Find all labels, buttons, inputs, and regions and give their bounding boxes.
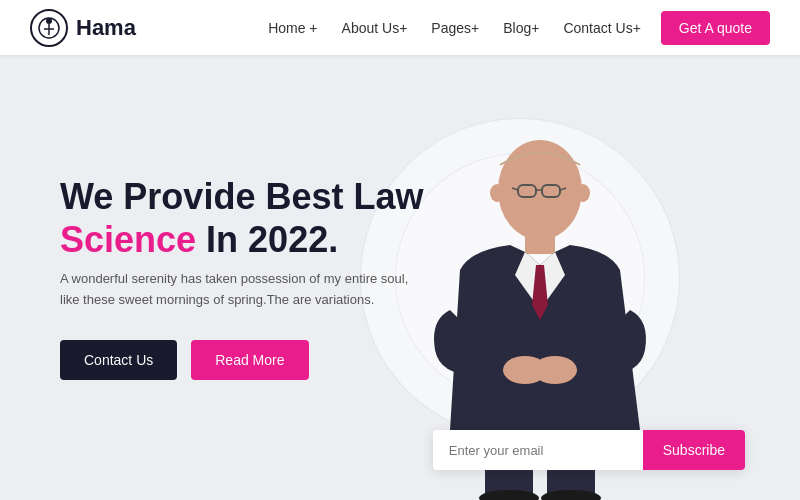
hero-title-line2: In 2022.	[196, 219, 338, 260]
hero-title-line1: We Provide Best Law	[60, 176, 423, 217]
nav-contact[interactable]: Contact Us+	[563, 20, 640, 36]
hero-title: We Provide Best Law Science In 2022.	[60, 175, 430, 261]
svg-point-14	[490, 184, 504, 202]
subscribe-box: Subscribe	[433, 430, 745, 470]
svg-rect-6	[525, 232, 555, 254]
email-input[interactable]	[433, 430, 643, 470]
read-more-button[interactable]: Read More	[191, 340, 308, 380]
navbar: Hama Home + About Us+ Pages+ Blog+ Conta…	[0, 0, 800, 55]
nav-links: Home + About Us+ Pages+ Blog+ Contact Us…	[268, 20, 641, 36]
nav-pages[interactable]: Pages+	[431, 20, 479, 36]
logo[interactable]: Hama	[30, 9, 136, 47]
logo-icon	[30, 9, 68, 47]
get-quote-button[interactable]: Get A quote	[661, 11, 770, 45]
svg-point-15	[576, 184, 590, 202]
subscribe-button[interactable]: Subscribe	[643, 430, 745, 470]
hero-content: We Provide Best Law Science In 2022. A w…	[60, 175, 430, 381]
hero-title-accent: Science	[60, 219, 196, 260]
hero-buttons: Contact Us Read More	[60, 340, 430, 380]
nav-blog[interactable]: Blog+	[503, 20, 539, 36]
nav-home[interactable]: Home +	[268, 20, 317, 36]
contact-us-button[interactable]: Contact Us	[60, 340, 177, 380]
hero-section: We Provide Best Law Science In 2022. A w…	[0, 55, 800, 500]
svg-point-8	[533, 356, 577, 384]
svg-point-2	[46, 18, 52, 24]
nav-about[interactable]: About Us+	[342, 20, 408, 36]
logo-text: Hama	[76, 15, 136, 41]
hero-description: A wonderful serenity has taken possessio…	[60, 269, 430, 311]
